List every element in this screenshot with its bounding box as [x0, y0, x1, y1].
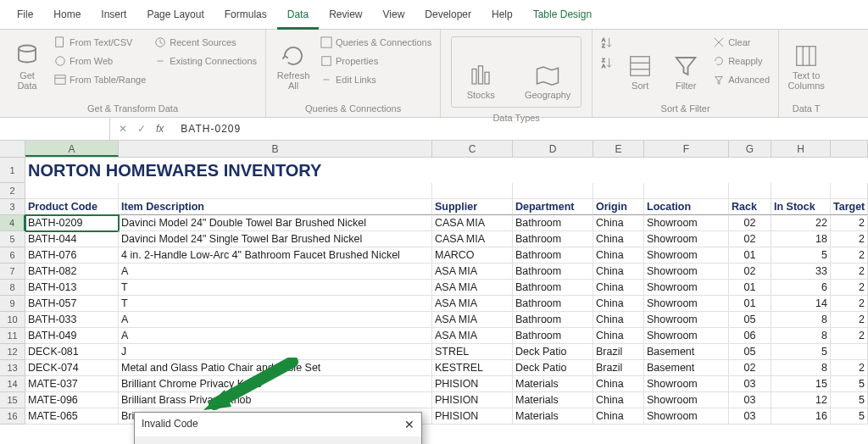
cell-location[interactable]: Showroom	[644, 312, 729, 328]
cell-code[interactable]: BATH-0209	[25, 215, 119, 231]
cell-supplier[interactable]: CASA MIA	[432, 231, 513, 247]
clear-button[interactable]: Clear	[711, 33, 771, 52]
cell-origin[interactable]: China	[593, 408, 644, 425]
cell-location[interactable]: Showroom	[644, 392, 729, 408]
cell-code[interactable]: BATH-076	[25, 247, 119, 264]
cell-origin[interactable]: Brazil	[593, 344, 644, 360]
cell-origin[interactable]: China	[593, 247, 644, 264]
col-header-G[interactable]: G	[729, 141, 771, 157]
cell[interactable]	[593, 183, 644, 199]
cell-target[interactable]: 2	[831, 360, 868, 376]
cell-target[interactable]: 2	[831, 215, 868, 231]
cell-location[interactable]: Showroom	[644, 296, 729, 312]
reapply-button[interactable]: Reapply	[711, 52, 771, 70]
col-header-C[interactable]: C	[432, 141, 513, 157]
col-header-D[interactable]: D	[513, 141, 593, 157]
cell-code[interactable]: BATH-044	[25, 231, 119, 247]
tab-tabledesign[interactable]: Table Design	[523, 3, 602, 29]
tab-pagelayout[interactable]: Page Layout	[136, 3, 214, 29]
cell-desc[interactable]: Brilliant Chrome Privacy Knob	[119, 376, 432, 392]
accept-formula-icon[interactable]: ✓	[137, 123, 146, 135]
cell-instock[interactable]: 12	[771, 392, 831, 408]
header-desc[interactable]: Item Description	[119, 199, 432, 215]
cell-supplier[interactable]: MARCO	[432, 247, 513, 264]
row-header[interactable]: 10	[0, 312, 25, 328]
cell-origin[interactable]: Brazil	[593, 360, 644, 376]
cell-target[interactable]: 2	[831, 296, 868, 312]
cell-desc[interactable]: Metal and Glass Patio Chair and Table Se…	[119, 360, 432, 376]
cell-target[interactable]: 2	[831, 280, 868, 296]
cell-origin[interactable]: China	[593, 215, 644, 231]
tab-view[interactable]: View	[373, 3, 415, 29]
cell-rack[interactable]: 02	[729, 360, 771, 376]
tab-data[interactable]: Data	[277, 3, 319, 30]
cell-rack[interactable]: 01	[729, 296, 771, 312]
cell-code[interactable]: BATH-049	[25, 328, 119, 344]
cell-supplier[interactable]: ASA MIA	[432, 312, 513, 328]
cell-code[interactable]: BATH-033	[25, 312, 119, 328]
row-header[interactable]: 7	[0, 264, 25, 280]
cell-department[interactable]: Materials	[513, 376, 593, 392]
cell-desc[interactable]: T	[119, 296, 432, 312]
row-header[interactable]: 16	[0, 408, 25, 425]
queries-connections-button[interactable]: Queries & Connections	[319, 33, 433, 52]
header-department[interactable]: Department	[513, 199, 593, 215]
text-to-columns-button[interactable]: Text to Columns	[786, 33, 826, 92]
cell-rack[interactable]: 02	[729, 264, 771, 280]
cell-rack[interactable]: 06	[729, 328, 771, 344]
row-header[interactable]: 2	[0, 183, 25, 199]
row-header[interactable]: 14	[0, 376, 25, 392]
cell-instock[interactable]: 8	[771, 312, 831, 328]
cell-code[interactable]: BATH-013	[25, 280, 119, 296]
sort-za-button[interactable]: ZA	[599, 53, 615, 72]
cell-target[interactable]: 2	[831, 231, 868, 247]
cell-department[interactable]: Bathroom	[513, 328, 593, 344]
row-header[interactable]: 6	[0, 247, 25, 264]
cell-supplier[interactable]: ASA MIA	[432, 264, 513, 280]
cell-supplier[interactable]: STREL	[432, 344, 513, 360]
cell-rack[interactable]: 03	[729, 376, 771, 392]
cell-supplier[interactable]: KESTREL	[432, 360, 513, 376]
cell-instock[interactable]: 18	[771, 231, 831, 247]
cell-instock[interactable]: 6	[771, 280, 831, 296]
cell-instock[interactable]: 8	[771, 328, 831, 344]
cell-location[interactable]: Showroom	[644, 247, 729, 264]
cell-target[interactable]: 2	[831, 264, 868, 280]
cell-desc[interactable]: Davinci Model 24" Double Towel Bar Brush…	[119, 215, 432, 231]
col-header-A[interactable]: A	[25, 141, 119, 157]
cell-location[interactable]: Showroom	[644, 376, 729, 392]
cell-target[interactable]: 2	[831, 247, 868, 264]
cell-location[interactable]: Showroom	[644, 328, 729, 344]
cell[interactable]	[729, 183, 771, 199]
cell-department[interactable]: Bathroom	[513, 296, 593, 312]
cell-location[interactable]: Basement	[644, 344, 729, 360]
cell-target[interactable]: 5	[831, 392, 868, 408]
cell-supplier[interactable]: ASA MIA	[432, 280, 513, 296]
cell-supplier[interactable]: ASA MIA	[432, 296, 513, 312]
from-text-csv-button[interactable]: From Text/CSV	[53, 33, 147, 52]
row-header[interactable]: 3	[0, 199, 25, 215]
row-header[interactable]: 5	[0, 231, 25, 247]
cell-code[interactable]: BATH-082	[25, 264, 119, 280]
cell[interactable]	[513, 183, 593, 199]
header-target[interactable]: Target	[831, 199, 868, 215]
from-web-button[interactable]: From Web	[53, 52, 147, 70]
cell-rack[interactable]: 01	[729, 247, 771, 264]
cell-supplier[interactable]: ASA MIA	[432, 328, 513, 344]
cancel-formula-icon[interactable]: ✕	[119, 123, 127, 135]
cell-rack[interactable]: 03	[729, 392, 771, 408]
tab-review[interactable]: Review	[319, 3, 372, 29]
cell-code[interactable]: BATH-057	[25, 296, 119, 312]
name-box[interactable]	[0, 118, 110, 140]
existing-connections-button[interactable]: Existing Connections	[153, 52, 259, 70]
sort-button[interactable]: Sort	[620, 33, 660, 92]
row-header[interactable]: 11	[0, 328, 25, 344]
tab-insert[interactable]: Insert	[91, 3, 136, 29]
cell-desc[interactable]: Davinci Model 24" Single Towel Bar Brush…	[119, 231, 432, 247]
cell-location[interactable]: Showroom	[644, 264, 729, 280]
header-location[interactable]: Location	[644, 199, 729, 215]
cell-instock[interactable]: 22	[771, 215, 831, 231]
cell-instock[interactable]: 5	[771, 344, 831, 360]
sheet-title[interactable]: NORTON HOMEWARES INVENTORY	[25, 158, 868, 183]
cell-department[interactable]: Deck Patio	[513, 360, 593, 376]
